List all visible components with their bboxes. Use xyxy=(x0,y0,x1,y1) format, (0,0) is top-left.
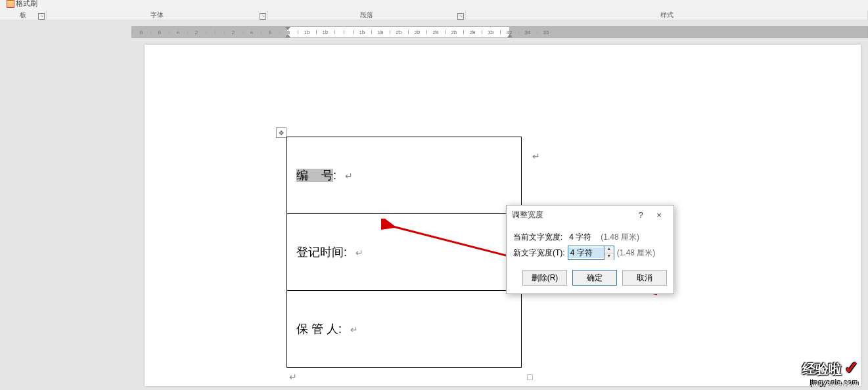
table-cell[interactable]: 登记时间: ↵ xyxy=(287,214,522,291)
table-resize-handle-icon[interactable]: □ xyxy=(527,372,532,382)
new-width-input[interactable] xyxy=(568,248,604,258)
ruler-tick: 26 xyxy=(445,27,463,37)
paragraph-group-label: 段落 xyxy=(360,11,373,20)
cell-label: 保 管 人 xyxy=(296,322,338,336)
brush-icon xyxy=(7,0,14,8)
adjust-width-dialog: 调整宽度 ? × 当前文字宽度: 4 字符 (1.48 厘米) 新文字宽度(T)… xyxy=(506,205,674,294)
ruler-tick: 4 xyxy=(169,27,187,37)
current-width-value: 4 字符 xyxy=(569,232,591,243)
ruler-tick: 36 xyxy=(537,27,555,37)
ruler-tick: 12 xyxy=(316,27,334,37)
cancel-button[interactable]: 取消 xyxy=(622,270,667,286)
selected-text[interactable]: 编 号 xyxy=(296,169,333,182)
table-cell[interactable]: 保 管 人: ↵ xyxy=(287,291,522,368)
table-move-handle-icon[interactable]: ✥ xyxy=(276,127,286,138)
paragraph-mark-icon: ↵ xyxy=(289,372,297,382)
current-width-paren: (1.48 厘米) xyxy=(601,232,639,243)
ruler-tick: 34 xyxy=(518,27,537,37)
ok-button[interactable]: 确定 xyxy=(572,270,617,286)
ruler-tick: 6 xyxy=(150,27,169,37)
paragraph-mark-icon: ↵ xyxy=(345,171,353,181)
new-width-label: 新文字宽度(T): xyxy=(513,248,565,259)
ruler-tick xyxy=(334,27,353,37)
dialog-help-button[interactable]: ? xyxy=(631,207,650,222)
checkmark-icon: ✓ xyxy=(844,358,859,378)
watermark-url: jingyanla.com xyxy=(802,378,859,386)
dialog-title: 调整宽度 xyxy=(512,209,543,221)
ruler-tick: 16 xyxy=(353,27,371,37)
paragraph-mark-icon: ↵ xyxy=(532,151,540,162)
format-painter-button[interactable]: 格式刷 xyxy=(7,0,37,9)
table-cell[interactable]: 编 号: ↵ xyxy=(287,137,522,214)
indent-marker-bottom-icon[interactable] xyxy=(285,34,291,38)
current-width-label: 当前文字宽度: xyxy=(513,232,562,243)
spinner-down-icon[interactable]: ▼ xyxy=(605,253,614,260)
ruler-tick: 6 xyxy=(261,27,279,37)
document-table[interactable]: 编 号: ↵ 登记时间: ↵ 保 管 人: ↵ xyxy=(286,137,522,368)
ruler-tick: 20 xyxy=(390,27,408,37)
ruler-tick: 2 xyxy=(187,27,206,37)
ribbon-groups: 板 ↘ 字体 ↘ 段落 ↘ 样式 xyxy=(0,11,868,20)
document-page[interactable]: ✥ 编 号: ↵ 登记时间: ↵ 保 管 人: ↵ ↵ xyxy=(145,45,861,386)
indent-marker-top-icon[interactable] xyxy=(285,26,291,30)
dialog-close-button[interactable]: × xyxy=(650,207,668,222)
clipboard-group-label: 板 xyxy=(20,11,26,20)
ruler-tick: 18 xyxy=(371,27,390,37)
new-width-paren: (1.48 厘米) xyxy=(617,248,656,259)
group-launcher-icon[interactable]: ↘ xyxy=(457,13,464,20)
ruler-tick: 30 xyxy=(482,27,500,37)
ruler-tick: 10 xyxy=(298,27,316,37)
watermark-text: 经验啦 xyxy=(802,362,842,376)
ruler-tick: 22 xyxy=(408,27,426,37)
watermark: 经验啦✓ jingyanla.com xyxy=(802,358,859,386)
cell-label: 登记时间 xyxy=(296,246,344,259)
styles-group-label: 样式 xyxy=(660,11,674,20)
ruler-tick: 4 xyxy=(242,27,261,37)
font-group-label: 字体 xyxy=(150,11,164,20)
paragraph-mark-icon: ↵ xyxy=(355,248,363,258)
horizontal-ruler[interactable]: 8642246810121618202224262830323436 xyxy=(131,26,868,38)
ruler-tick: 24 xyxy=(426,27,445,37)
new-width-spinner[interactable]: ▲ ▼ xyxy=(568,246,614,260)
delete-button[interactable]: 删除(R) xyxy=(522,270,567,286)
ruler-tick: 28 xyxy=(463,27,482,37)
ruler-tick: 2 xyxy=(224,27,242,37)
paragraph-mark-icon: ↵ xyxy=(350,324,358,335)
group-launcher-icon[interactable]: ↘ xyxy=(260,13,266,20)
ruler-area: 8642246810121618202224262830323436 xyxy=(0,26,868,38)
format-brush-label: 格式刷 xyxy=(16,0,37,9)
ruler-tick xyxy=(206,27,224,37)
right-indent-marker-icon[interactable] xyxy=(507,34,513,38)
dialog-titlebar[interactable]: 调整宽度 ? × xyxy=(507,206,674,224)
ruler-tick: 8 xyxy=(132,27,150,37)
group-launcher-icon[interactable]: ↘ xyxy=(38,13,45,20)
spinner-up-icon[interactable]: ▲ xyxy=(605,246,614,253)
